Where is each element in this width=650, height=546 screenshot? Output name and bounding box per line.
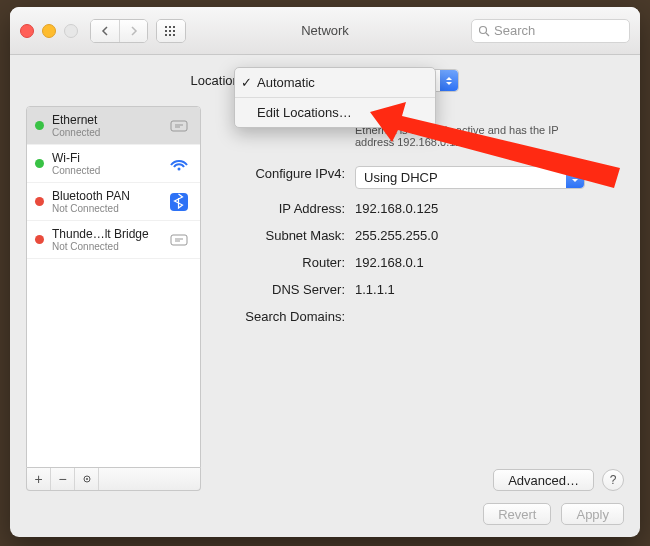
grid-icon: [164, 25, 178, 37]
dns-server-value: 1.1.1.1: [355, 282, 624, 297]
ip-address-label: IP Address:: [215, 201, 355, 216]
svg-rect-0: [165, 26, 167, 28]
apply-button[interactable]: Apply: [561, 503, 624, 525]
window-toolbar: Network Search: [10, 7, 640, 55]
service-thunderbolt-bridge[interactable]: Thunde…lt Bridge Not Connected: [27, 221, 200, 259]
remove-service-button[interactable]: −: [51, 468, 75, 490]
location-menu-item-automatic[interactable]: ✓ Automatic: [235, 72, 435, 93]
service-list-toolbar: + −: [26, 468, 201, 491]
network-preferences-window: Network Search Location: Automatic Eth: [10, 7, 640, 537]
advanced-button[interactable]: Advanced…: [493, 469, 594, 491]
back-button[interactable]: [91, 20, 119, 42]
service-list[interactable]: Ethernet Connected Wi-Fi Connected: [26, 106, 201, 468]
minimize-window-button[interactable]: [42, 24, 56, 38]
status-dot-icon: [35, 197, 44, 206]
chevron-right-icon: [130, 26, 138, 36]
svg-rect-6: [165, 34, 167, 36]
zoom-window-button[interactable]: [64, 24, 78, 38]
menu-separator: [235, 97, 435, 98]
close-window-button[interactable]: [20, 24, 34, 38]
dns-server-label: DNS Server:: [215, 282, 355, 297]
subnet-mask-value: 255.255.255.0: [355, 228, 624, 243]
svg-rect-13: [171, 235, 187, 245]
search-placeholder: Search: [494, 23, 535, 38]
status-dot-icon: [35, 235, 44, 244]
bluetooth-icon: [166, 192, 192, 212]
location-menu-item-edit[interactable]: Edit Locations…: [235, 102, 435, 123]
ethernet-icon: [166, 116, 192, 136]
configure-ipv4-popup[interactable]: Using DHCP: [355, 166, 585, 189]
svg-rect-2: [173, 26, 175, 28]
show-all-button[interactable]: [156, 19, 186, 43]
search-domains-label: Search Domains:: [215, 309, 355, 324]
service-list-wrap: Ethernet Connected Wi-Fi Connected: [26, 106, 201, 491]
svg-rect-7: [169, 34, 171, 36]
subnet-mask-label: Subnet Mask:: [215, 228, 355, 243]
popup-arrows-icon: [566, 167, 584, 188]
action-menu-button[interactable]: [75, 468, 99, 490]
popup-arrows-icon: [440, 70, 458, 91]
search-icon: [478, 25, 490, 37]
svg-rect-4: [169, 30, 171, 32]
svg-rect-1: [169, 26, 171, 28]
help-button[interactable]: ?: [602, 469, 624, 491]
service-wifi[interactable]: Wi-Fi Connected: [27, 145, 200, 183]
add-service-button[interactable]: +: [27, 468, 51, 490]
status-dot-icon: [35, 121, 44, 130]
nav-segment: [90, 19, 148, 43]
service-details: Status: Connected Ethernet is currently …: [215, 106, 624, 491]
ip-address-value: 192.168.0.125: [355, 201, 624, 216]
chevron-left-icon: [101, 26, 109, 36]
svg-point-9: [480, 26, 487, 33]
ethernet-icon: [166, 230, 192, 250]
forward-button[interactable]: [119, 20, 147, 42]
footer-buttons: Revert Apply: [483, 503, 624, 525]
service-bluetooth-pan[interactable]: Bluetooth PAN Not Connected: [27, 183, 200, 221]
service-ethernet[interactable]: Ethernet Connected: [27, 107, 200, 145]
location-menu: ✓ Automatic Edit Locations…: [234, 67, 436, 128]
router-label: Router:: [215, 255, 355, 270]
svg-rect-8: [173, 34, 175, 36]
search-field[interactable]: Search: [471, 19, 630, 43]
traffic-lights: [20, 24, 78, 38]
status-dot-icon: [35, 159, 44, 168]
revert-button[interactable]: Revert: [483, 503, 551, 525]
check-icon: ✓: [241, 75, 252, 90]
svg-rect-3: [165, 30, 167, 32]
svg-rect-5: [173, 30, 175, 32]
svg-rect-10: [171, 121, 187, 131]
svg-point-11: [178, 167, 181, 170]
wifi-icon: [166, 154, 192, 174]
configure-ipv4-label: Configure IPv4:: [215, 166, 355, 181]
router-value: 192.168.0.1: [355, 255, 624, 270]
svg-point-15: [86, 478, 88, 480]
gear-icon: [81, 473, 92, 485]
